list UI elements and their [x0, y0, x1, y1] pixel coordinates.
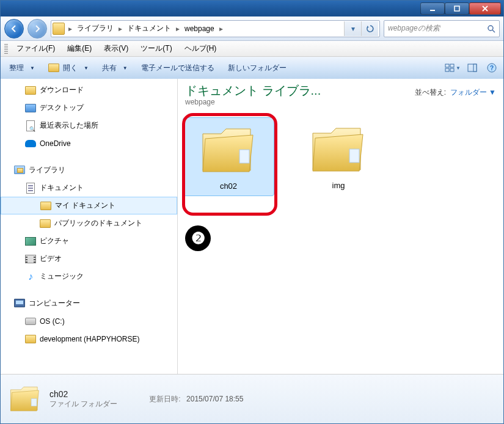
tree-item-pictures[interactable]: ピクチャ [1, 232, 177, 250]
folder-icon [25, 335, 36, 343]
file-list-pane[interactable]: ドキュメント ライブラ... webpage 並べ替え: フォルダー ▼ ch0… [178, 79, 503, 374]
tree-label: OS (C:) [40, 317, 65, 326]
send-email-button[interactable]: 電子メールで送信する [135, 59, 221, 76]
share-button[interactable]: 共有▼ [96, 59, 134, 76]
details-modified-value: 2015/07/07 18:55 [186, 395, 243, 403]
details-type: ファイル フォルダー [49, 399, 117, 409]
menu-edit[interactable]: 編集(E) [61, 43, 98, 54]
sort-control[interactable]: 並べ替え: フォルダー ▼ [415, 87, 496, 98]
search-box[interactable]: webpageの検索 [384, 20, 500, 37]
onedrive-icon [25, 140, 36, 147]
tree-item-music[interactable]: ♪ ミュージック [1, 268, 177, 285]
folder-label: ch02 [186, 181, 271, 191]
search-placeholder: webpageの検索 [388, 23, 440, 34]
address-bar[interactable]: ▸ ライブラリ ▸ ドキュメント ▸ webpage ▸ ▾ [51, 20, 380, 37]
folder-item-img[interactable]: img [293, 117, 384, 196]
tree-item-onedrive[interactable]: OneDrive [1, 134, 177, 152]
help-button[interactable]: ? [483, 60, 501, 76]
navigation-bar: ▸ ライブラリ ▸ ドキュメント ▸ webpage ▸ ▾ webpageの検… [1, 16, 503, 41]
sort-label: 並べ替え: [415, 88, 446, 97]
tree-item-my-documents[interactable]: マイ ドキュメント [1, 197, 177, 214]
svg-rect-1 [430, 10, 435, 11]
tree-label: デスクトップ [40, 103, 84, 113]
organize-button[interactable]: 整理▼ [3, 59, 41, 76]
picture-icon [25, 237, 36, 246]
back-button[interactable] [4, 19, 24, 38]
library-title: ドキュメント ライブラ... [185, 82, 321, 99]
svg-text:?: ? [490, 65, 494, 71]
drive-icon [25, 318, 36, 325]
tree-item-development[interactable]: development (HAPPYHORSE) [1, 330, 177, 348]
folder-icon [53, 23, 65, 35]
tree-label: ダウンロード [40, 85, 84, 95]
command-toolbar: 整理▼ 開く▼ 共有▼ 電子メールで送信する 新しいフォルダー ▼ ? [1, 57, 503, 79]
tree-item-recent[interactable]: 最近表示した場所 [1, 117, 177, 134]
breadcrumb-item[interactable]: webpage [181, 21, 218, 37]
tree-label: OneDrive [40, 139, 71, 148]
chevron-right-icon[interactable]: ▸ [67, 24, 73, 33]
annotation-callout: ❷ [185, 225, 211, 251]
view-mode-button[interactable]: ▼ [444, 60, 462, 76]
dropdown-icon: ▼ [123, 65, 128, 71]
tree-label: development (HAPPYHORSE) [40, 335, 139, 343]
close-button[interactable] [469, 2, 501, 15]
music-icon: ♪ [25, 271, 36, 282]
breadcrumb-item[interactable]: ライブラリ [73, 21, 117, 37]
chevron-right-icon[interactable]: ▸ [117, 24, 123, 33]
open-label: 開く [63, 63, 78, 73]
folder-icon [25, 86, 36, 95]
breadcrumb-item[interactable]: ドキュメント [123, 21, 175, 37]
tree-item-downloads[interactable]: ダウンロード [1, 81, 177, 99]
organize-label: 整理 [9, 63, 24, 73]
tree-label: 最近表示した場所 [40, 120, 98, 131]
svg-rect-2 [455, 6, 459, 11]
folder-icon [308, 122, 369, 177]
folder-icon [8, 382, 42, 416]
minimize-button[interactable] [420, 2, 445, 15]
navigation-pane[interactable]: ダウンロード デスクトップ 最近表示した場所 OneDrive ラ [1, 79, 178, 374]
gripper-icon [4, 44, 8, 54]
library-icon [14, 166, 25, 174]
menu-help[interactable]: ヘルプ(H) [178, 43, 223, 54]
menu-file[interactable]: ファイル(F) [10, 43, 61, 54]
tree-item-drive-c[interactable]: OS (C:) [1, 312, 177, 330]
open-button[interactable]: 開く▼ [42, 59, 95, 76]
maximize-button[interactable] [445, 2, 469, 15]
window-titlebar [1, 1, 503, 16]
svg-rect-5 [450, 64, 454, 67]
tree-label: パブリックのドキュメント [54, 218, 142, 228]
dropdown-icon: ▼ [30, 65, 35, 71]
svg-rect-6 [445, 68, 449, 71]
nav-tree: ダウンロード デスクトップ 最近表示した場所 OneDrive ラ [1, 79, 177, 350]
sort-value[interactable]: フォルダー ▼ [450, 88, 496, 97]
tree-group-libraries[interactable]: ライブラリ [1, 161, 177, 179]
tree-label: ドキュメント [40, 183, 84, 193]
library-header: ドキュメント ライブラ... webpage 並べ替え: フォルダー ▼ [178, 79, 503, 108]
dropdown-history-button[interactable]: ▾ [344, 21, 361, 36]
new-folder-button[interactable]: 新しいフォルダー [222, 59, 293, 76]
forward-button[interactable] [27, 19, 47, 38]
tree-item-documents[interactable]: ドキュメント [1, 179, 177, 197]
chevron-right-icon[interactable]: ▸ [218, 24, 224, 33]
explorer-window: ▸ ライブラリ ▸ ドキュメント ▸ webpage ▸ ▾ webpageの検… [0, 0, 504, 424]
tree-item-public-documents[interactable]: パブリックのドキュメント [1, 214, 177, 232]
details-pane: ch02 ファイル フォルダー 更新日時: 2015/07/07 18:55 [1, 375, 503, 423]
menu-view[interactable]: 表示(V) [98, 43, 134, 54]
tree-group-computer[interactable]: コンピューター [1, 294, 177, 312]
chevron-right-icon[interactable]: ▸ [175, 24, 181, 33]
desktop-icon [25, 104, 36, 112]
tree-item-desktop[interactable]: デスクトップ [1, 99, 177, 117]
folder-icon [40, 219, 51, 228]
preview-pane-button[interactable] [463, 60, 481, 76]
dropdown-icon: ▼ [84, 65, 89, 71]
details-modified-label: 更新日時: [149, 395, 180, 403]
tree-item-videos[interactable]: ビデオ [1, 250, 177, 268]
recent-icon [26, 120, 35, 131]
menu-tools[interactable]: ツール(T) [134, 43, 178, 54]
refresh-button[interactable] [361, 21, 378, 36]
folder-item-ch02[interactable]: ch02 [183, 117, 274, 196]
search-icon [487, 24, 495, 33]
details-modified: 更新日時: 2015/07/07 18:55 [149, 394, 243, 404]
tree-label: ビデオ [40, 254, 62, 264]
menu-bar: ファイル(F) 編集(E) 表示(V) ツール(T) ヘルプ(H) [1, 41, 503, 57]
